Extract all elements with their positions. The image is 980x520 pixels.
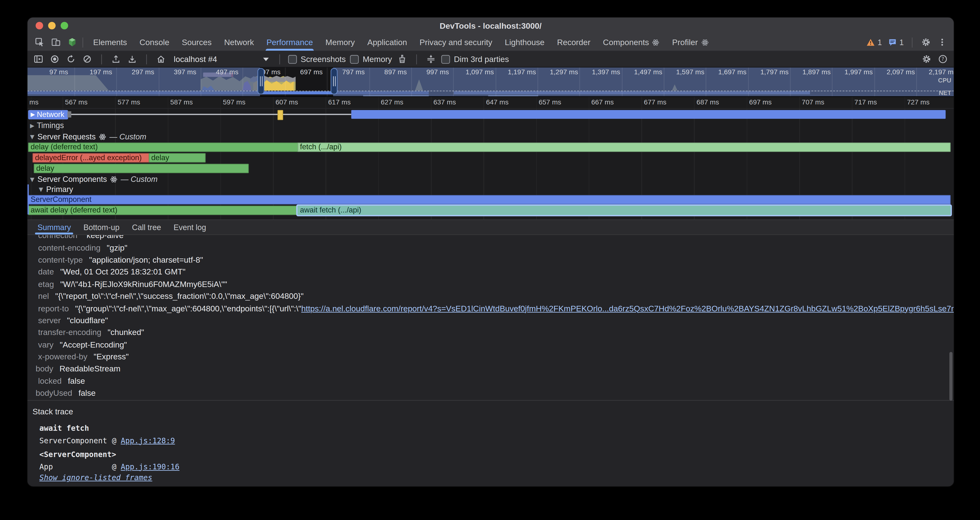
property-key: connection <box>38 235 77 240</box>
source-location-link[interactable]: App.js:128:9 <box>121 436 175 445</box>
help-icon[interactable]: ? <box>937 53 949 65</box>
property-value: false <box>78 388 95 398</box>
overview-time-label: 1,897 ms <box>802 68 831 76</box>
tab-components[interactable]: Components <box>597 34 666 51</box>
flame-bar-fetch-api[interactable]: fetch (.../api) <box>298 142 951 152</box>
download-profile-icon[interactable] <box>126 53 138 65</box>
tab-bottom-up[interactable]: Bottom-up <box>77 220 126 234</box>
network-request-bar[interactable] <box>352 110 946 119</box>
extension-gem-icon[interactable] <box>65 35 79 49</box>
overview-time-label: 1,397 ms <box>592 68 620 76</box>
tab-label: Elements <box>93 38 127 47</box>
flame-chart: ms567 ms577 ms587 ms597 ms607 ms617 ms62… <box>27 97 954 219</box>
home-icon[interactable] <box>155 53 167 65</box>
toggle-sidebar-icon[interactable] <box>33 53 45 65</box>
show-ignore-listed-frames-link[interactable]: Show ignore-listed frames <box>39 474 954 482</box>
overview-gridline <box>832 68 833 96</box>
tab-sources[interactable]: Sources <box>175 34 218 51</box>
history-dropdown[interactable]: localhost #4 <box>171 53 271 65</box>
reload-and-record-button[interactable] <box>65 53 77 65</box>
flame-bar-servercomponent[interactable]: ServerComponent <box>28 195 951 204</box>
tab-elements[interactable]: Elements <box>87 34 133 51</box>
flame-bar-delayederror-ayed-exception[interactable]: delayedError (...ayed exception) <box>33 153 153 162</box>
overview-time-label: 197 ms <box>89 68 112 76</box>
property-row: content-encoding"gzip" <box>35 242 954 253</box>
record-button[interactable] <box>49 53 60 65</box>
divider <box>280 54 280 64</box>
tab-network[interactable]: Network <box>218 34 260 51</box>
issue-count: 1 <box>899 38 904 46</box>
checkbox-box <box>350 55 359 64</box>
close-button[interactable] <box>36 22 43 29</box>
property-key: bodyUsed <box>36 388 72 398</box>
server-requests-track-header[interactable]: ▼ Server Requests — Custom <box>27 131 954 142</box>
tab-recorder[interactable]: Recorder <box>551 34 597 51</box>
overview-time-label: 2,197 ms <box>929 68 954 76</box>
issues-indicator[interactable]: 1 <box>886 38 905 46</box>
react-atom-icon <box>652 38 660 46</box>
chevron-down-icon: ▼ <box>30 176 34 182</box>
network-track[interactable]: ▶ Network <box>27 109 954 120</box>
ruler-time-label: 687 ms <box>697 98 719 106</box>
timeline-overview[interactable]: 97 ms197 ms297 ms397 ms497 ms597 ms697 m… <box>27 68 954 97</box>
scrollbar-thumb[interactable] <box>950 352 953 401</box>
warnings-indicator[interactable]: 1 <box>864 38 884 46</box>
tab-performance[interactable]: Performance <box>260 34 319 51</box>
timings-track[interactable]: ▶ Timings <box>27 120 954 132</box>
tab-label: Memory <box>326 38 355 47</box>
settings-gear-icon[interactable] <box>919 35 932 49</box>
dim-3rd-parties-checkbox[interactable]: Dim 3rd parties <box>441 54 509 64</box>
tab-privacy-and-security[interactable]: Privacy and security <box>413 34 498 51</box>
server-components-track-header[interactable]: ▼ Server Components — Custom <box>27 174 954 184</box>
kebab-menu-icon[interactable] <box>935 35 949 49</box>
ruler-time-label: 607 ms <box>275 98 298 106</box>
network-request-block[interactable] <box>278 110 283 120</box>
tab-console[interactable]: Console <box>134 34 175 51</box>
tab-profiler[interactable]: Profiler <box>666 34 715 51</box>
primary-subtrack-header[interactable]: ▼ Primary <box>27 184 954 194</box>
primary-group: ▼ Primary ServerComponentawait delay (de… <box>27 184 954 216</box>
property-row: etag"W/\"4b1-RjEJloX9kRinu6F0MAZMmy6E5iA… <box>35 278 954 290</box>
property-key: transfer-encoding <box>38 328 101 337</box>
tab-call-tree[interactable]: Call tree <box>126 220 167 234</box>
memory-checkbox[interactable]: Memory <box>350 54 392 64</box>
source-location-link[interactable]: App.js:190:16 <box>121 462 180 471</box>
track-resize-grip[interactable] <box>67 111 72 118</box>
devtools-tabbar: ElementsConsoleSourcesNetworkPerformance… <box>27 34 954 51</box>
stack-frame-function: ServerComponent <box>39 436 112 445</box>
flame-bar-delay[interactable]: delay <box>34 164 249 173</box>
report-endpoint-link[interactable]: https://a.nel.cloudflare.com/report/v4?s… <box>301 304 954 313</box>
network-track-label[interactable]: ▶ Network <box>28 110 68 119</box>
net-track-tag: NET <box>939 89 951 97</box>
flame-bar-delay[interactable]: delay <box>149 153 206 162</box>
property-value: "{\"report_to\":\"cf-nel\",\"success_fra… <box>55 291 304 301</box>
flame-bar-delay-deferred-text[interactable]: delay (deferred text) <box>28 142 300 152</box>
shortcuts-dialog-icon[interactable] <box>425 53 437 65</box>
tab-summary[interactable]: Summary <box>31 220 77 234</box>
inspect-element-icon[interactable] <box>33 35 46 49</box>
property-row: date"Wed, 01 Oct 2025 18:32:01 GMT" <box>35 266 954 278</box>
minimize-button[interactable] <box>48 22 56 29</box>
overview-time-label: 1,997 ms <box>845 68 873 76</box>
upload-profile-icon[interactable] <box>110 53 122 65</box>
device-toolbar-icon[interactable] <box>49 35 62 49</box>
flame-bar-await-delay-deferred-text[interactable]: await delay (deferred text) <box>28 205 300 215</box>
collect-garbage-icon[interactable] <box>396 53 408 65</box>
property-value: "gzip" <box>107 243 127 252</box>
summary-pane: connection"keep-alive"content-encoding"g… <box>27 235 954 487</box>
property-key: locked <box>38 376 62 386</box>
flame-row: delay (deferred text)fetch (.../api) <box>27 142 954 153</box>
tab-memory[interactable]: Memory <box>319 34 361 51</box>
flame-bar-await-fetch-api[interactable]: await fetch (.../api) <box>298 205 951 215</box>
tab-label: Recorder <box>557 38 590 47</box>
range-handle-left[interactable] <box>258 68 264 95</box>
property-key: body <box>36 364 53 374</box>
tab-lighthouse[interactable]: Lighthouse <box>498 34 551 51</box>
capture-settings-gear-icon[interactable] <box>921 53 932 65</box>
clear-button[interactable] <box>81 53 93 65</box>
tab-application[interactable]: Application <box>361 34 413 51</box>
range-handle-right[interactable] <box>331 68 337 95</box>
screenshots-checkbox[interactable]: Screenshots <box>288 54 346 64</box>
tab-event-log[interactable]: Event log <box>167 220 212 234</box>
fullscreen-button[interactable] <box>60 22 68 29</box>
